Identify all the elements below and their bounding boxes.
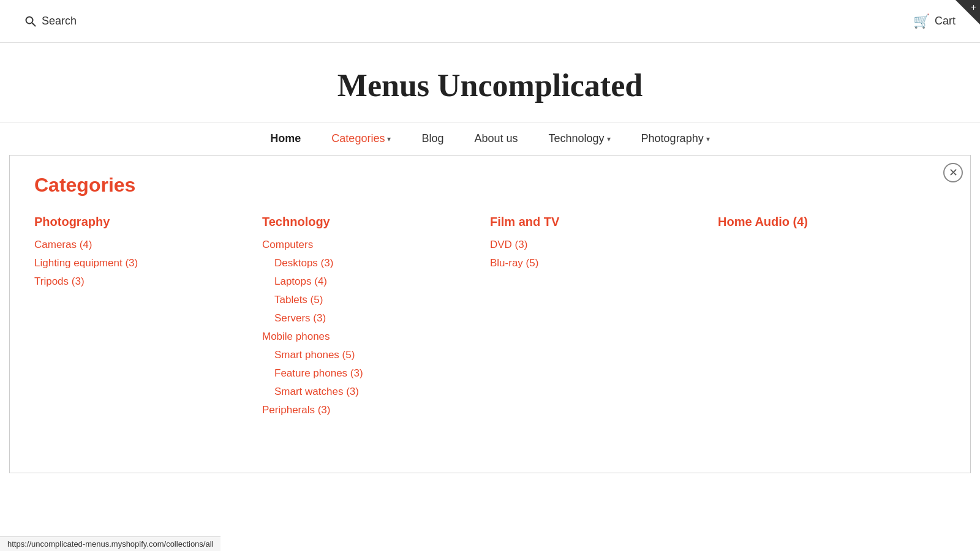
site-title-section: Menus Uncomplicated xyxy=(0,43,980,122)
link-tablets[interactable]: Tablets (5) xyxy=(262,294,478,306)
link-dvd[interactable]: DVD (3) xyxy=(490,239,706,251)
close-button[interactable]: ✕ xyxy=(943,163,963,182)
categories-panel: Categories ✕ Photography Cameras (4) Lig… xyxy=(9,155,971,473)
nav-item-blog[interactable]: Blog xyxy=(421,132,443,145)
category-col-audio: Home Audio (4) xyxy=(718,215,946,422)
search-label: Search xyxy=(42,15,77,28)
categories-grid: Photography Cameras (4) Lighting equipme… xyxy=(34,215,946,422)
link-cameras[interactable]: Cameras (4) xyxy=(34,239,250,251)
link-bluray[interactable]: Blu-ray (5) xyxy=(490,257,706,269)
link-mobile-phones[interactable]: Mobile phones xyxy=(262,331,478,343)
link-laptops[interactable]: Laptops (4) xyxy=(262,276,478,288)
categories-panel-title: Categories xyxy=(34,174,946,197)
svg-line-1 xyxy=(32,23,36,26)
nav-item-technology[interactable]: Technology ▾ xyxy=(549,132,611,145)
search-icon xyxy=(24,15,37,28)
chevron-down-icon-photo: ▾ xyxy=(706,135,710,143)
nav-item-photography[interactable]: Photography ▾ xyxy=(641,132,710,145)
nav-bar: Home Categories ▾ Blog About us Technolo… xyxy=(0,122,980,155)
nav-section: Home Categories ▾ Blog About us Technolo… xyxy=(0,122,980,155)
status-bar: https://uncomplicated-menus.myshopify.co… xyxy=(0,536,221,551)
nav-item-about[interactable]: About us xyxy=(474,132,518,145)
link-peripherals[interactable]: Peripherals (3) xyxy=(262,404,478,416)
header: Search 🛒 Cart + xyxy=(0,0,980,43)
svg-point-0 xyxy=(26,17,33,23)
link-smart-phones[interactable]: Smart phones (5) xyxy=(262,349,478,361)
cart-area[interactable]: 🛒 Cart xyxy=(913,13,956,29)
nav-item-categories[interactable]: Categories ▾ xyxy=(331,132,391,145)
cart-label: Cart xyxy=(935,15,956,28)
nav-item-home[interactable]: Home xyxy=(270,132,301,145)
link-lighting[interactable]: Lighting equipment (3) xyxy=(34,257,250,269)
category-col-photography: Photography Cameras (4) Lighting equipme… xyxy=(34,215,262,422)
status-url: https://uncomplicated-menus.myshopify.co… xyxy=(7,539,213,549)
chevron-down-icon-tech: ▾ xyxy=(607,135,611,143)
search-area[interactable]: Search xyxy=(24,15,77,28)
photography-col-title: Photography xyxy=(34,215,250,229)
cart-icon: 🛒 xyxy=(913,13,930,29)
link-tripods[interactable]: Tripods (3) xyxy=(34,276,250,288)
technology-col-title: Technology xyxy=(262,215,478,229)
link-smart-watches[interactable]: Smart watches (3) xyxy=(262,386,478,398)
link-feature-phones[interactable]: Feature phones (3) xyxy=(262,367,478,380)
film-col-title: Film and TV xyxy=(490,215,706,229)
category-col-technology: Technology Computers Desktops (3) Laptop… xyxy=(262,215,490,422)
chevron-down-icon: ▾ xyxy=(387,135,391,143)
site-title: Menus Uncomplicated xyxy=(0,67,980,103)
link-computers[interactable]: Computers xyxy=(262,239,478,251)
link-desktops[interactable]: Desktops (3) xyxy=(262,257,478,269)
corner-badge: + xyxy=(956,0,980,24)
link-servers[interactable]: Servers (3) xyxy=(262,312,478,324)
audio-col-title: Home Audio (4) xyxy=(718,215,933,229)
category-col-film: Film and TV DVD (3) Blu-ray (5) xyxy=(490,215,718,422)
corner-badge-plus: + xyxy=(971,2,976,13)
